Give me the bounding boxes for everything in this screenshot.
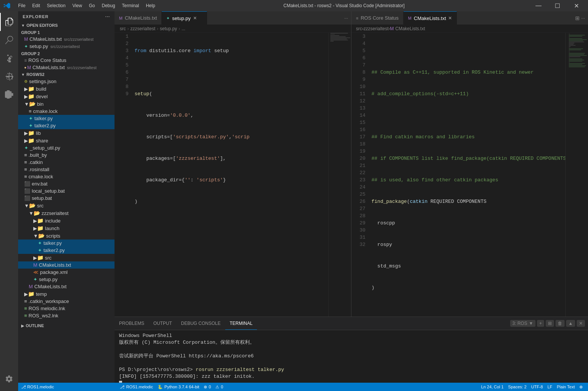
- menu-file[interactable]: File: [15, 2, 28, 9]
- terminal-content[interactable]: Windows PowerShell 版权所有 (C) Microsoft Co…: [115, 330, 588, 383]
- close-button[interactable]: ✕: [568, 0, 585, 11]
- close-panel-button[interactable]: ✕: [577, 320, 585, 327]
- error-status[interactable]: ⊗ 0: [201, 383, 213, 391]
- panel-tab-output[interactable]: OUTPUT: [149, 317, 176, 330]
- lib-folder[interactable]: ▶ 📁 lib: [18, 129, 115, 137]
- python-version-status[interactable]: 🐍 Python 3.7.4 64-bit: [155, 383, 201, 391]
- maximize-button[interactable]: ☐: [549, 0, 566, 11]
- menu-view[interactable]: View: [69, 2, 85, 9]
- tab-more-button[interactable]: ···: [341, 11, 351, 25]
- line-ending-status[interactable]: LF: [545, 385, 555, 389]
- maximize-panel-button[interactable]: ▲: [566, 320, 575, 327]
- activity-debug[interactable]: [0, 67, 18, 85]
- src-folder[interactable]: ▼ 📂 src: [18, 202, 115, 209]
- panel-tab-problems[interactable]: PROBLEMS: [115, 317, 149, 330]
- talker2-py-scripts[interactable]: ✦ talker2.py: [18, 247, 115, 254]
- menu-go[interactable]: Go: [86, 2, 98, 9]
- setup-util-py[interactable]: ✦ _setup_util.py: [18, 144, 115, 151]
- zzzserialtest-folder[interactable]: ▼ 📂 zzzserialtest: [18, 209, 115, 217]
- menu-debug[interactable]: Debug: [99, 2, 118, 9]
- cmake-lock-bin[interactable]: ≡ cmake.lock: [18, 108, 115, 115]
- ros-melodic-status[interactable]: ⎇ ROS1.melodic: [21, 385, 54, 389]
- git-branch-status[interactable]: ⎇ ROS1.melodic: [118, 383, 155, 391]
- sidebar-more-icon[interactable]: ···: [105, 14, 110, 19]
- src-inner-folder[interactable]: ▶ 📁 src: [18, 254, 115, 261]
- split-editor-icon[interactable]: ⊞: [575, 15, 580, 21]
- notification-status[interactable]: ⊕: [577, 385, 585, 389]
- temp-folder[interactable]: ▶ 📁 temp: [18, 290, 115, 298]
- launch-folder[interactable]: ▶ 📁 launch: [18, 224, 115, 232]
- activity-extensions[interactable]: [0, 85, 18, 104]
- env-bat[interactable]: ⬛ env.bat: [18, 180, 115, 187]
- devel-folder[interactable]: ▶ 📁 devel: [18, 93, 115, 100]
- menu-edit[interactable]: Edit: [29, 2, 43, 9]
- catkin-file[interactable]: ≡ .catkin: [18, 159, 115, 166]
- cmake-lists-selected[interactable]: M CMakeLists.txt: [18, 261, 115, 269]
- tab-cmake-left[interactable]: M CMakeLists.txt: [115, 11, 162, 25]
- scripts-folder[interactable]: ▼ 📂 scripts: [18, 232, 115, 240]
- talker2-py-bin[interactable]: ✦ talker2.py: [18, 122, 115, 129]
- open-editor-ros-core[interactable]: ≡ ROS Core Status: [18, 57, 115, 64]
- package-xml[interactable]: ≪ package.xml: [18, 269, 115, 276]
- cursor-position-status[interactable]: Ln 24, Col 1: [479, 385, 506, 389]
- built-by[interactable]: ≡ .built_by: [18, 151, 115, 159]
- language-mode-status[interactable]: Plain Text: [555, 385, 577, 389]
- activity-settings[interactable]: [0, 370, 18, 388]
- more-actions-icon[interactable]: ···: [581, 15, 585, 21]
- bin-folder[interactable]: ▼ 📂 bin: [18, 100, 115, 108]
- open-editor-cmake[interactable]: M CMakeLists.txt src/zzzserialtest: [18, 36, 115, 43]
- open-editor-cmake2[interactable]: ● M CMakeLists.txt src/zzzserialtest: [18, 64, 115, 71]
- ros-melodic-lnk[interactable]: ≡ ROS melodic.lnk: [18, 305, 115, 312]
- left-code-content[interactable]: from distutils.core import setup setup( …: [132, 33, 328, 317]
- build-folder[interactable]: ▶ 📁 build: [18, 85, 115, 93]
- delete-terminal-button[interactable]: 🗑: [556, 320, 565, 327]
- panel-tab-debug[interactable]: DEBUG CONSOLE: [176, 317, 225, 330]
- close-tab-icon-cmake[interactable]: ✕: [448, 15, 452, 21]
- talker-py-bin[interactable]: ✦ talker.py: [18, 115, 115, 122]
- open-editors-section[interactable]: ▼ OPEN EDITORS: [18, 22, 115, 29]
- menu-bar[interactable]: File Edit Selection View Go Debug Termin…: [15, 2, 158, 9]
- chevron-down-icon3: ▼: [24, 101, 29, 107]
- minimize-button[interactable]: —: [530, 0, 547, 11]
- encoding-status[interactable]: UTF-8: [529, 385, 545, 389]
- menu-help[interactable]: Help: [143, 2, 158, 9]
- setup-bat[interactable]: ⬛ setup.bat: [18, 195, 115, 202]
- setup-py[interactable]: ✦ setup.py: [18, 276, 115, 283]
- rosws2-section[interactable]: ▼ ROSWS2: [18, 71, 115, 78]
- close-tab-icon-setup[interactable]: ✕: [193, 15, 197, 21]
- outline-section[interactable]: ▶ OUTLINE: [18, 322, 115, 329]
- activity-explorer[interactable]: [0, 13, 18, 31]
- warning-status[interactable]: ⚠ 0: [213, 383, 225, 391]
- cmake-lock-root[interactable]: ≡ cmake.lock: [18, 173, 115, 180]
- menu-selection[interactable]: Selection: [44, 2, 68, 9]
- tab-ros-status[interactable]: ≡ ROS Core Status: [351, 11, 404, 25]
- share-folder[interactable]: ▶ 📁 share: [18, 137, 115, 144]
- vscode-logo: [3, 2, 11, 9]
- panel-tab-terminal[interactable]: TERMINAL: [225, 317, 257, 330]
- split-terminal-button[interactable]: ⊞: [546, 320, 554, 327]
- include-folder[interactable]: ▶ 📁 include: [18, 217, 115, 224]
- activity-source-control[interactable]: [0, 49, 18, 67]
- ros-ws2-lnk[interactable]: ≡ ROS_ws2.lnk: [18, 312, 115, 319]
- local-setup-bat[interactable]: ⬛ local_setup.bat: [18, 187, 115, 195]
- menu-terminal[interactable]: Terminal: [119, 2, 142, 9]
- tab-setup-py[interactable]: ✦ setup.py ✕: [162, 11, 207, 25]
- right-editor-content[interactable]: 3 4 5 6 7 8 9 10 11 12 13 14 15: [351, 33, 588, 317]
- rosinstall[interactable]: ≡ .rosinstall: [18, 166, 115, 173]
- lnk-icon-melodic: ≡: [24, 306, 27, 311]
- talker-py-scripts[interactable]: ✦ talker.py: [18, 240, 115, 247]
- add-terminal-button[interactable]: +: [537, 320, 544, 327]
- terminal-name-btn[interactable]: 3: ROS ▼: [510, 320, 535, 327]
- right-code-content[interactable]: ## Compile as C++11, supported in ROS Ki…: [368, 33, 565, 317]
- window-controls[interactable]: — ☐ ✕: [530, 0, 585, 11]
- catkin-workspace[interactable]: ≡ .catkin_workspace: [18, 298, 115, 305]
- chevron-down-icon2: ▼: [21, 73, 25, 77]
- indentation-status[interactable]: Spaces: 2: [506, 385, 529, 389]
- left-editor-content[interactable]: 1 2 3 4 5 6 7 8 9 from distutils.core im…: [115, 33, 351, 317]
- activity-search[interactable]: [0, 31, 18, 49]
- tab-cmake-right[interactable]: M CMakeLists.txt ✕: [404, 11, 457, 25]
- open-editor-setup-py[interactable]: ✦ setup.py src/zzzserialtest: [18, 43, 115, 50]
- cmake-lists-src[interactable]: M CMakeLists.txt: [18, 283, 115, 290]
- settings-json[interactable]: ⚙ settings.json: [18, 78, 115, 85]
- cmake-icon-src: M: [29, 284, 33, 289]
